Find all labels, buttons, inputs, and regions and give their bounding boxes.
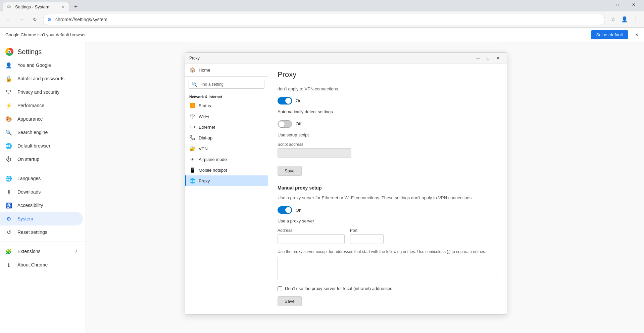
ws-nav-proxy[interactable]: 🌐 Proxy bbox=[185, 175, 268, 186]
ws-search-box[interactable]: 🔍 bbox=[189, 80, 264, 89]
ws-search-input[interactable] bbox=[199, 82, 261, 87]
omnibox-url: chrome://settings/system bbox=[55, 17, 601, 22]
search-engine-label: Search engine bbox=[17, 130, 48, 135]
proxy-minimize-button[interactable]: ─ bbox=[473, 54, 483, 62]
use-proxy-toggle-knob bbox=[285, 207, 291, 213]
proxy-maximize-button[interactable]: □ bbox=[483, 54, 493, 62]
address-field: Address bbox=[278, 228, 345, 244]
ws-nav-status[interactable]: 📶 Status bbox=[185, 100, 268, 111]
sidebar-item-accessibility[interactable]: ♿ Accessibility bbox=[0, 199, 83, 212]
sidebar-item-extensions[interactable]: 🧩 Extensions ↗ bbox=[0, 245, 83, 258]
sidebar-item-on-startup[interactable]: ⏻ On startup bbox=[0, 153, 83, 166]
browser-maximize-button[interactable]: □ bbox=[610, 0, 625, 10]
ws-nav-wifi[interactable]: Wi-Fi bbox=[185, 111, 268, 122]
browser-minimize-button[interactable]: ─ bbox=[594, 0, 609, 10]
default-browser-label: Default browser bbox=[17, 143, 50, 149]
ws-search-icon: 🔍 bbox=[192, 82, 197, 87]
autofill-icon: 🔒 bbox=[5, 75, 12, 82]
profile-button[interactable]: 👤 bbox=[619, 14, 630, 25]
languages-label: Languages bbox=[17, 176, 41, 181]
settings-title: Settings bbox=[17, 48, 42, 56]
hotspot-nav-icon: 📱 bbox=[189, 167, 195, 173]
sidebar-item-downloads[interactable]: ⬇ Downloads bbox=[0, 185, 83, 199]
proxy-close-button[interactable]: ✕ bbox=[493, 54, 503, 62]
proxy-window-title: Proxy bbox=[189, 56, 200, 60]
performance-label: Performance bbox=[17, 103, 44, 108]
chrome-logo-icon bbox=[5, 48, 13, 56]
ws-nav-hotspot[interactable]: 📱 Mobile hotspot bbox=[185, 165, 268, 175]
script-address-input[interactable] bbox=[278, 148, 351, 158]
ethernet-nav-icon bbox=[189, 124, 195, 130]
browser-close-button[interactable]: ✕ bbox=[626, 0, 641, 10]
sidebar-item-system[interactable]: ⚙ System bbox=[0, 212, 83, 225]
you-google-icon: 👤 bbox=[5, 62, 12, 69]
exceptions-input[interactable] bbox=[278, 257, 497, 280]
auto-detect-toggle[interactable] bbox=[278, 97, 292, 105]
reload-button[interactable]: ↻ bbox=[30, 14, 40, 25]
privacy-label: Privacy and security bbox=[17, 89, 59, 95]
no-local-checkbox[interactable] bbox=[278, 286, 282, 291]
auto-detect-label: Automatically detect settings bbox=[278, 109, 497, 114]
sidebar-item-privacy[interactable]: 🛡 Privacy and security bbox=[0, 85, 83, 99]
languages-icon: 🌐 bbox=[5, 175, 12, 182]
save-button-1[interactable]: Save bbox=[278, 166, 302, 176]
settings-tab[interactable]: ⚙ Settings - System ✕ bbox=[3, 2, 70, 11]
proxy-titlebar: Proxy ─ □ ✕ bbox=[185, 53, 507, 64]
new-tab-button[interactable]: + bbox=[71, 2, 81, 11]
port-input[interactable] bbox=[350, 234, 384, 244]
sidebar-item-about-chrome[interactable]: ℹ About Chrome bbox=[0, 258, 83, 272]
bookmark-button[interactable]: ☆ bbox=[608, 14, 618, 25]
sidebar-item-autofill[interactable]: 🔒 Autofill and passwords bbox=[0, 72, 83, 85]
appearance-label: Appearance bbox=[17, 116, 43, 122]
script-address-field: Script address bbox=[278, 142, 497, 158]
hotspot-nav-label: Mobile hotspot bbox=[199, 168, 227, 173]
accessibility-label: Accessibility bbox=[17, 203, 43, 208]
manual-proxy-desc: Use a proxy server for Ethernet or Wi-Fi… bbox=[278, 195, 497, 201]
address-port-fields: Address Port bbox=[278, 228, 497, 244]
tab-favicon-icon: ⚙ bbox=[7, 4, 12, 10]
omnibox-security-icon: ⚙ bbox=[47, 17, 53, 22]
menu-button[interactable]: ⋮ bbox=[631, 14, 641, 25]
page-wrapper: Proxy ─ □ ✕ � bbox=[86, 42, 644, 333]
extensions-icon: 🧩 bbox=[5, 248, 12, 255]
vpn-nav-icon: 🔐 bbox=[189, 145, 195, 152]
back-button[interactable]: ← bbox=[3, 14, 13, 25]
auto-detect-on-label: On bbox=[296, 98, 301, 103]
address-input[interactable] bbox=[278, 234, 345, 244]
sidebar-item-default-browser[interactable]: 🌐 Default browser bbox=[0, 139, 83, 153]
save-button-2[interactable]: Save bbox=[278, 296, 302, 306]
reset-label: Reset settings bbox=[17, 230, 47, 235]
sidebar-item-reset[interactable]: ↺ Reset settings bbox=[0, 225, 83, 239]
browser-frame: ⚙ Settings - System ✕ + ─ □ ✕ ← → ↻ ⚙ ch… bbox=[0, 0, 644, 333]
setup-script-label: Use setup script bbox=[278, 132, 497, 137]
sidebar-item-performance[interactable]: ⚡ Performance bbox=[0, 99, 83, 112]
sidebar-item-languages[interactable]: 🌐 Languages bbox=[0, 172, 83, 185]
downloads-icon: ⬇ bbox=[5, 189, 12, 195]
notification-close-icon[interactable]: ✕ bbox=[635, 32, 639, 37]
use-proxy-toggle[interactable] bbox=[278, 206, 292, 214]
setup-script-toggle[interactable] bbox=[278, 120, 292, 128]
autofill-label: Autofill and passwords bbox=[17, 76, 64, 81]
dialup-nav-label: Dial-up bbox=[199, 135, 212, 140]
home-label: Home bbox=[199, 68, 210, 73]
sidebar-item-search-engine[interactable]: 🔍 Search engine bbox=[0, 126, 83, 139]
ws-nav-dialup[interactable]: Dial-up bbox=[185, 132, 268, 143]
about-chrome-icon: ℹ bbox=[5, 261, 12, 268]
proxy-body: 🏠 Home 🔍 Network & Internet bbox=[185, 64, 507, 314]
reset-icon: ↺ bbox=[5, 229, 12, 236]
forward-button[interactable]: → bbox=[16, 14, 27, 25]
sidebar-divider bbox=[0, 169, 86, 169]
setup-script-toggle-knob bbox=[279, 121, 285, 127]
sidebar-item-appearance[interactable]: 🎨 Appearance bbox=[0, 112, 83, 126]
proxy-window-controls: ─ □ ✕ bbox=[473, 54, 503, 62]
set-default-button[interactable]: Set as default bbox=[591, 30, 629, 39]
accessibility-icon: ♿ bbox=[5, 202, 12, 209]
sidebar-item-you-google[interactable]: 👤 You and Google bbox=[0, 58, 83, 72]
ws-home-item[interactable]: 🏠 Home bbox=[185, 64, 268, 77]
ws-nav-airplane[interactable]: ✈ Airplane mode bbox=[185, 154, 268, 165]
ws-nav-ethernet[interactable]: Ethernet bbox=[185, 122, 268, 132]
tab-close-button[interactable]: ✕ bbox=[60, 4, 65, 10]
ethernet-nav-label: Ethernet bbox=[199, 125, 215, 130]
ws-nav-vpn[interactable]: 🔐 VPN bbox=[185, 143, 268, 154]
omnibox[interactable]: ⚙ chrome://settings/system bbox=[43, 14, 605, 25]
